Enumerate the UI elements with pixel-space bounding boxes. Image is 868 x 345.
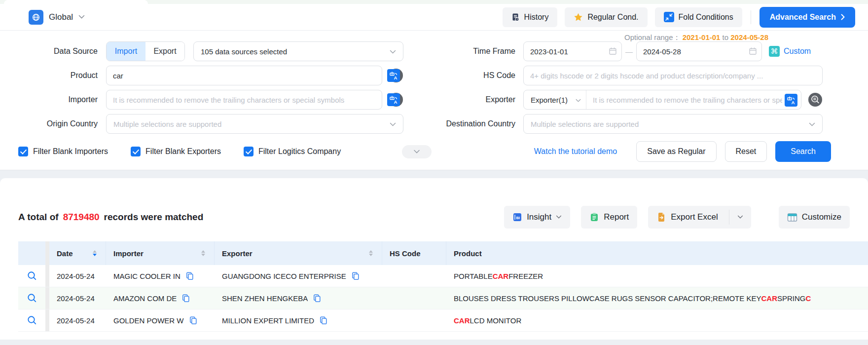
header-exporter[interactable]: Exporter [215, 241, 382, 265]
importer-input[interactable] [106, 90, 382, 110]
destination-country-select[interactable]: Multiple selections are supported [523, 114, 823, 134]
copy-icon [313, 294, 321, 303]
checkbox-checked-icon [18, 147, 28, 156]
sort-control[interactable] [369, 250, 382, 256]
window-top-strip [0, 0, 868, 4]
time-frame-label: Time Frame [403, 47, 523, 56]
reset-button[interactable]: Reset [725, 141, 767, 162]
chevron-down-icon [413, 150, 420, 154]
time-frame-start-input[interactable] [523, 41, 622, 61]
sort-control[interactable] [201, 250, 214, 256]
advanced-search-button[interactable]: Advanced Search [760, 7, 855, 28]
translate-icon[interactable]: A [387, 69, 400, 82]
exact-match-icon[interactable] [808, 92, 823, 107]
exporter-input[interactable] [586, 90, 801, 109]
import-toggle[interactable]: Import [107, 42, 145, 61]
tutorial-link[interactable]: Watch the tutorial demo [534, 147, 617, 156]
command-icon: ⌘ [769, 46, 780, 57]
copy-button[interactable] [189, 316, 197, 325]
cell-date: 2024-05-24 [49, 309, 106, 331]
cell-exporter: MILLION EXPERT LIMITED [215, 309, 382, 331]
table-row[interactable]: 2024-05-24AMAZON COM DESHEN ZHEN HENGKEB… [18, 287, 868, 309]
filter-blank-importers-checkbox[interactable]: Filter Blank Importers [18, 147, 108, 156]
magnifier-icon [27, 270, 37, 281]
top-bar: Global History Regular Cond. Fold Condit… [0, 4, 868, 31]
insight-icon: BI [512, 212, 522, 222]
copy-button[interactable] [313, 294, 321, 303]
magnifier-icon [27, 315, 37, 326]
origin-country-select[interactable]: Multiple selections are supported [106, 114, 403, 134]
copy-button[interactable] [181, 294, 190, 303]
customize-button[interactable]: Customize [779, 206, 850, 229]
row-detail-button[interactable] [18, 287, 45, 309]
copy-button[interactable] [185, 271, 194, 280]
translate-icon[interactable]: A [387, 93, 400, 106]
table-body: 2024-05-24MAGIC COOLER INGUANGDONG ICECO… [18, 265, 868, 332]
copy-icon [351, 271, 360, 280]
regular-cond-button[interactable]: Regular Cond. [565, 7, 647, 27]
product-text: CAR [761, 294, 777, 303]
header-importer[interactable]: Importer [106, 241, 215, 265]
table-row[interactable]: 2024-05-24GOLDEN POWER WMILLION EXPERT L… [18, 309, 868, 332]
chevron-down-icon [809, 122, 815, 127]
cell-product: CAR LCD MONITOR [446, 309, 868, 331]
copy-icon [185, 271, 194, 280]
insight-button[interactable]: BI Insight [504, 206, 570, 229]
product-text: FREEZER [508, 272, 543, 280]
sort-control[interactable] [93, 250, 106, 256]
product-input[interactable] [106, 66, 382, 85]
row-detail-button[interactable] [18, 309, 45, 331]
region-selector[interactable]: Global [29, 10, 85, 25]
custom-range-link[interactable]: ⌘ Custom [769, 46, 811, 57]
row-detail-button[interactable] [18, 265, 45, 287]
checkbox-checked-icon [131, 147, 141, 156]
save-as-regular-button[interactable]: Save as Regular [636, 141, 716, 162]
origin-country-label: Origin Country [0, 119, 106, 128]
header-hscode: HS Code [382, 241, 446, 265]
cell-importer: MAGIC COOLER IN [106, 265, 215, 287]
cell-product: PORTABLE CAR FREEZER [446, 265, 868, 287]
hs-code-label: HS Code [403, 71, 523, 80]
copy-button[interactable] [351, 271, 360, 280]
copy-button[interactable] [319, 316, 327, 325]
search-button[interactable]: Search [775, 141, 831, 162]
copy-icon [319, 316, 327, 325]
report-button[interactable]: Report [581, 206, 637, 229]
data-source-label: Data Source [0, 47, 106, 56]
search-panel: Optional range： 2021-01-01 to 2024-05-28… [0, 31, 868, 170]
frozen-column-divider [45, 287, 49, 309]
history-icon [511, 13, 520, 22]
region-label: Global [49, 12, 73, 22]
product-text: SPRING [777, 294, 806, 303]
exporter-type-select[interactable]: Exporter(1) [524, 90, 586, 109]
importer-label: Importer [0, 95, 106, 104]
table-header: Date Importer Exporter HS Code Product [18, 241, 868, 265]
export-excel-button[interactable]: Export Excel [648, 206, 728, 229]
cell-importer: GOLDEN POWER W [106, 309, 215, 331]
export-excel-more-button[interactable] [729, 206, 751, 229]
import-export-toggle: Import Export [106, 41, 185, 61]
filter-blank-exporters-checkbox[interactable]: Filter Blank Exporters [131, 147, 221, 156]
star-icon [574, 13, 583, 22]
expand-conditions-button[interactable] [402, 145, 432, 158]
data-sources-select[interactable]: 105 data sources selected [193, 41, 403, 61]
cell-hscode [382, 265, 446, 287]
chevron-down-icon [556, 215, 562, 219]
chevron-down-icon [737, 215, 743, 219]
time-frame-end-input[interactable] [636, 41, 762, 61]
export-toggle[interactable]: Export [145, 42, 184, 61]
history-button[interactable]: History [503, 7, 558, 27]
svg-text:A: A [394, 75, 398, 80]
translate-icon[interactable]: A [785, 94, 797, 107]
frozen-column-divider [45, 309, 49, 331]
filter-logitics-company-checkbox[interactable]: Filter Logitics Company [244, 147, 341, 156]
hs-code-input[interactable] [523, 66, 823, 85]
records-count: 8719480 [59, 212, 104, 223]
svg-text:A: A [792, 100, 795, 105]
exporter-label: Exporter [403, 95, 523, 104]
fold-conditions-button[interactable]: Fold Conditions [655, 7, 742, 27]
header-date[interactable]: Date [49, 241, 106, 265]
browser-tab [4, 0, 148, 4]
product-text: CAR [493, 272, 509, 280]
table-row[interactable]: 2024-05-24MAGIC COOLER INGUANGDONG ICECO… [18, 265, 868, 287]
